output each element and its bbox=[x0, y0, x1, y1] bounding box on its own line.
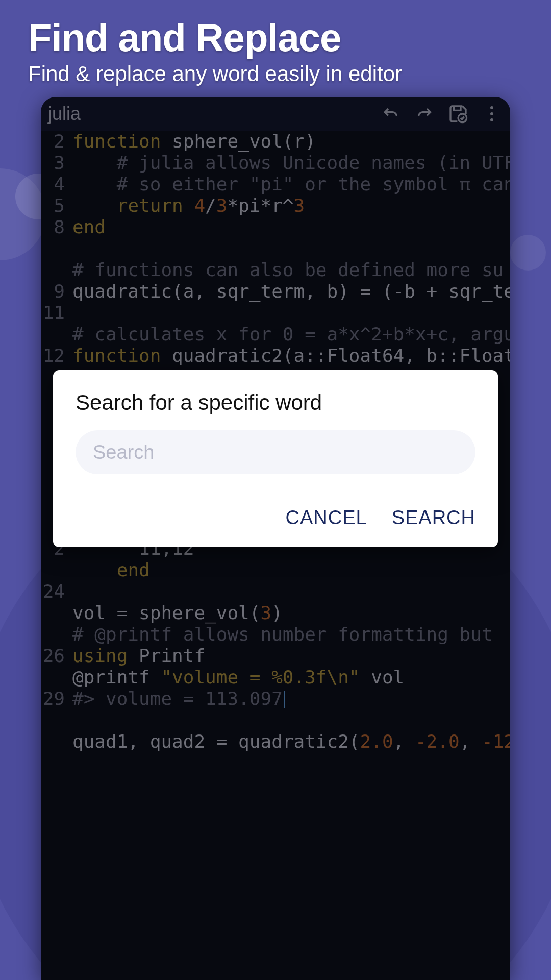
hero-section: Find and Replace Find & replace any word… bbox=[28, 15, 402, 86]
search-button[interactable]: SEARCH bbox=[392, 507, 475, 529]
dialog-title: Search for a specific word bbox=[76, 390, 475, 415]
dialog-button-row: CANCEL SEARCH bbox=[76, 507, 475, 529]
search-input[interactable] bbox=[76, 430, 475, 474]
search-dialog: Search for a specific word CANCEL SEARCH bbox=[53, 370, 498, 547]
hero-title: Find and Replace bbox=[28, 15, 402, 60]
hero-subtitle: Find & replace any word easily in editor bbox=[28, 62, 402, 86]
phone-frame: julia 2345891112111111112242629 function… bbox=[41, 97, 510, 980]
cancel-button[interactable]: CANCEL bbox=[285, 507, 367, 529]
bg-circle-3 bbox=[510, 235, 546, 271]
